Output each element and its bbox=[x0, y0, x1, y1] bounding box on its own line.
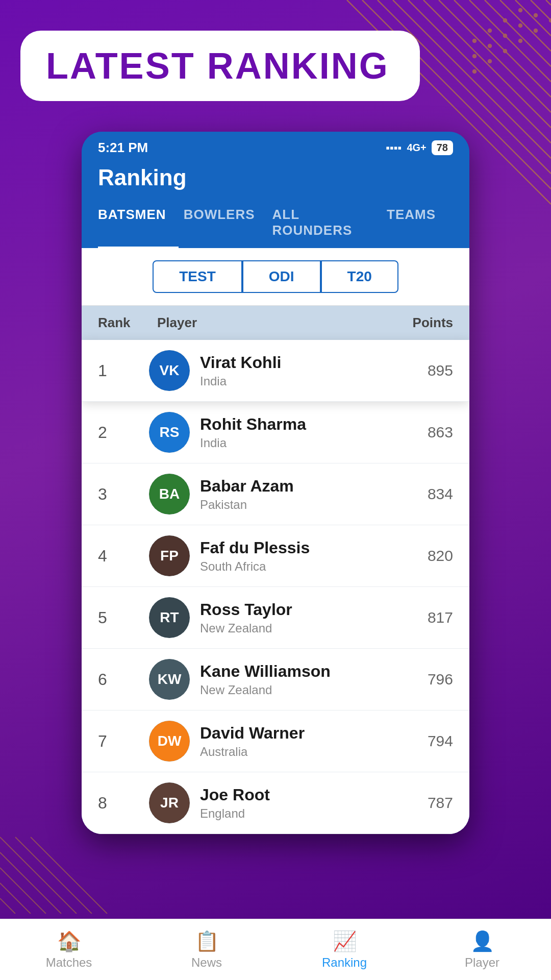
avatar: DW bbox=[149, 721, 190, 762]
tab-bowlers[interactable]: BOWLERS bbox=[184, 199, 267, 248]
format-selector: TEST ODI T20 bbox=[82, 248, 469, 306]
ranking-header: Ranking bbox=[82, 160, 469, 199]
table-row[interactable]: 3 BA Babar Azam Pakistan 834 bbox=[82, 463, 469, 525]
avatar: RT bbox=[149, 597, 190, 638]
col-rank-header: Rank bbox=[98, 315, 149, 331]
nav-ranking[interactable]: 📈 Ranking bbox=[276, 919, 413, 980]
player-country: Australia bbox=[200, 745, 392, 759]
avatar-placeholder: FP bbox=[149, 535, 190, 576]
player-points: 834 bbox=[392, 485, 453, 503]
signal-icon: ▪▪▪▪ bbox=[386, 141, 402, 155]
latest-ranking-badge: Latest Ranking bbox=[20, 31, 420, 101]
player-country: India bbox=[200, 374, 392, 388]
page-title: Latest Ranking bbox=[46, 45, 389, 86]
player-rank: 2 bbox=[98, 423, 149, 442]
svg-line-31 bbox=[0, 868, 46, 914]
ranking-label: Ranking bbox=[322, 955, 367, 970]
nav-player[interactable]: 👤 Player bbox=[413, 919, 551, 980]
player-points: 895 bbox=[392, 362, 453, 379]
table-row[interactable]: 6 KW Kane Williamson New Zealand 796 bbox=[82, 649, 469, 710]
player-country: South Africa bbox=[200, 559, 392, 574]
player-points: 817 bbox=[392, 609, 453, 626]
phone-mockup: 5:21 PM ▪▪▪▪ 4G+ 78 Ranking BATSMEN BOWL… bbox=[82, 132, 469, 834]
player-rank: 1 bbox=[98, 361, 149, 380]
player-info: Ross Taylor New Zealand bbox=[200, 600, 392, 635]
player-points: 863 bbox=[392, 424, 453, 441]
player-info: Faf du Plessis South Africa bbox=[200, 538, 392, 574]
player-country: New Zealand bbox=[200, 621, 392, 635]
svg-line-34 bbox=[15, 837, 92, 914]
player-rank: 6 bbox=[98, 670, 149, 689]
tab-batsmen[interactable]: BATSMEN bbox=[98, 199, 179, 248]
avatar: RS bbox=[149, 412, 190, 453]
nav-matches[interactable]: 🏠 Matches bbox=[0, 919, 138, 980]
player-country: New Zealand bbox=[200, 683, 392, 697]
avatar-placeholder: DW bbox=[149, 721, 190, 762]
avatar: FP bbox=[149, 535, 190, 576]
player-country: India bbox=[200, 436, 392, 450]
player-info: Rohit Sharma India bbox=[200, 415, 392, 450]
avatar: BA bbox=[149, 474, 190, 514]
tab-allrounders[interactable]: ALL ROUNDERS bbox=[272, 199, 382, 248]
matches-label: Matches bbox=[46, 955, 92, 970]
player-points: 787 bbox=[392, 794, 453, 812]
player-rank: 5 bbox=[98, 608, 149, 627]
avatar: KW bbox=[149, 659, 190, 700]
player-rank: 3 bbox=[98, 485, 149, 504]
player-info: Joe Root England bbox=[200, 786, 392, 821]
player-info: Virat Kohli India bbox=[200, 353, 392, 388]
players-list: 1 VK Virat Kohli India 895 2 RS Rohit Sh… bbox=[82, 340, 469, 834]
svg-line-35 bbox=[31, 837, 107, 914]
tab-teams[interactable]: TEAMS bbox=[387, 199, 448, 248]
player-name: Babar Azam bbox=[200, 477, 392, 496]
player-name: Kane Williamson bbox=[200, 662, 392, 681]
player-rank: 8 bbox=[98, 794, 149, 813]
table-row[interactable]: 1 VK Virat Kohli India 895 bbox=[82, 340, 469, 402]
bottom-navigation: 🏠 Matches 📋 News 📈 Ranking 👤 Player bbox=[0, 919, 551, 980]
table-row[interactable]: 2 RS Rohit Sharma India 863 bbox=[82, 402, 469, 463]
ranking-title: Ranking bbox=[98, 165, 453, 199]
avatar-placeholder: JR bbox=[149, 782, 190, 823]
svg-line-33 bbox=[0, 898, 15, 914]
player-label: Player bbox=[465, 955, 499, 970]
table-row[interactable]: 8 JR Joe Root England 787 bbox=[82, 772, 469, 834]
news-icon: 📋 bbox=[195, 930, 219, 952]
signal-type: 4G+ bbox=[407, 142, 426, 154]
avatar: VK bbox=[149, 350, 190, 391]
format-odi-button[interactable]: ODI bbox=[242, 260, 321, 293]
col-player-header: Player bbox=[149, 315, 392, 331]
player-rank: 4 bbox=[98, 547, 149, 566]
content-area: TEST ODI T20 Rank Player Points 1 VK Vir… bbox=[82, 248, 469, 834]
player-points: 796 bbox=[392, 671, 453, 688]
table-row[interactable]: 4 FP Faf du Plessis South Africa 820 bbox=[82, 525, 469, 587]
table-row[interactable]: 5 RT Ross Taylor New Zealand 817 bbox=[82, 587, 469, 649]
nav-news[interactable]: 📋 News bbox=[138, 919, 276, 980]
player-name: Virat Kohli bbox=[200, 353, 392, 372]
player-info: Kane Williamson New Zealand bbox=[200, 662, 392, 697]
player-rank: 7 bbox=[98, 732, 149, 751]
format-test-button[interactable]: TEST bbox=[153, 260, 242, 293]
status-bar-right: ▪▪▪▪ 4G+ 78 bbox=[386, 140, 453, 155]
tabs-container: BATSMEN BOWLERS ALL ROUNDERS TEAMS bbox=[82, 199, 469, 248]
format-t20-button[interactable]: T20 bbox=[321, 260, 398, 293]
status-bar: 5:21 PM ▪▪▪▪ 4G+ 78 bbox=[82, 132, 469, 160]
table-header: Rank Player Points bbox=[82, 306, 469, 340]
news-label: News bbox=[191, 955, 222, 970]
table-row[interactable]: 7 DW David Warner Australia 794 bbox=[82, 710, 469, 772]
avatar-placeholder: RS bbox=[149, 412, 190, 453]
avatar: JR bbox=[149, 782, 190, 823]
player-name: Ross Taylor bbox=[200, 600, 392, 619]
player-points: 794 bbox=[392, 732, 453, 750]
player-icon: 👤 bbox=[470, 930, 494, 952]
player-points: 820 bbox=[392, 547, 453, 565]
avatar-placeholder: VK bbox=[149, 350, 190, 391]
col-points-header: Points bbox=[392, 315, 453, 331]
player-info: David Warner Australia bbox=[200, 724, 392, 759]
ranking-icon: 📈 bbox=[333, 930, 357, 952]
latest-ranking-section: Latest Ranking bbox=[0, 0, 551, 121]
svg-line-32 bbox=[0, 883, 31, 914]
player-country: Pakistan bbox=[200, 498, 392, 512]
matches-icon: 🏠 bbox=[57, 930, 81, 952]
avatar-placeholder: RT bbox=[149, 597, 190, 638]
svg-line-29 bbox=[0, 837, 77, 914]
